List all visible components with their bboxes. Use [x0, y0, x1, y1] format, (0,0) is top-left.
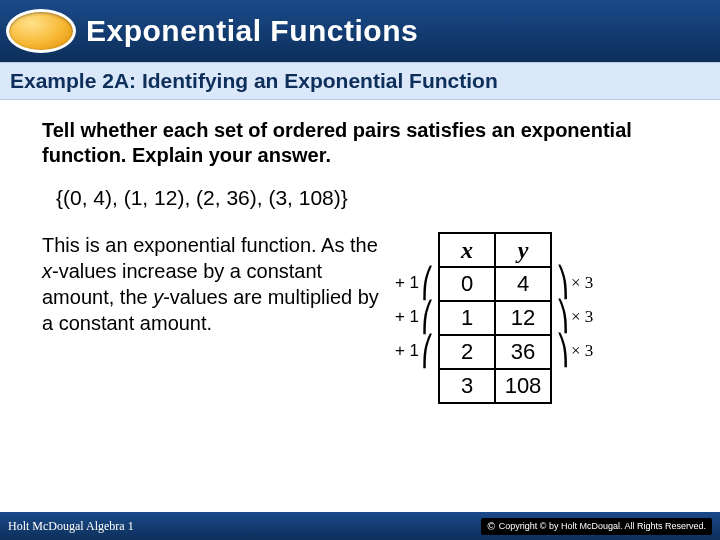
x-diff-3-label: + 1	[395, 341, 419, 361]
title-bar: Exponential Functions	[0, 0, 720, 62]
solution-row: This is an exponential function. As the …	[42, 232, 692, 404]
x-diff-2-label: + 1	[395, 307, 419, 327]
table-header-row: x y	[439, 233, 551, 267]
y-ratio-3: ⎞× 3	[556, 334, 608, 368]
footer-copyright: © Copyright © by Holt McDougal. All Righ…	[481, 518, 712, 535]
explain-x: x	[42, 260, 52, 282]
example-heading: Example 2A: Identifying an Exponential F…	[10, 69, 710, 93]
example-heading-bar: Example 2A: Identifying an Exponential F…	[0, 62, 720, 100]
cell-y: 36	[495, 335, 551, 369]
cell-y: 4	[495, 267, 551, 301]
copyright-icon: ©	[487, 521, 494, 532]
table-row: 236	[439, 335, 551, 369]
cell-x: 1	[439, 301, 495, 335]
page-title: Exponential Functions	[86, 14, 418, 48]
footer-bar: Holt McDougal Algebra 1 © Copyright © by…	[0, 512, 720, 540]
xy-table: x y 04 112 236 3108	[438, 232, 552, 404]
cell-y: 12	[495, 301, 551, 335]
x-difference-annotations: + 1⎛ + 1⎛ + 1⎛	[390, 232, 438, 394]
footer-book-title: Holt McDougal Algebra 1	[8, 519, 134, 534]
cell-y: 108	[495, 369, 551, 403]
y-ratio-annotations: ⎞× 3 ⎞× 3 ⎞× 3	[552, 232, 608, 394]
y-ratio-2-label: × 3	[571, 307, 593, 327]
y-ratio-1: ⎞× 3	[556, 266, 608, 300]
y-ratio-3-label: × 3	[571, 341, 593, 361]
logo-oval	[6, 9, 76, 53]
cell-x: 2	[439, 335, 495, 369]
x-diff-1: + 1⎛	[395, 266, 434, 300]
table-row: 04	[439, 267, 551, 301]
footer-copyright-text: Copyright © by Holt McDougal. All Rights…	[499, 521, 706, 531]
table-row: 3108	[439, 369, 551, 403]
col-header-y: y	[495, 233, 551, 267]
ordered-pairs-set: {(0, 4), (1, 12), (2, 36), (3, 108)}	[56, 186, 692, 210]
x-diff-2: + 1⎛	[395, 300, 434, 334]
table-row: 112	[439, 301, 551, 335]
explain-part-a: This is an exponential function. As the	[42, 234, 378, 256]
y-ratio-2: ⎞× 3	[556, 300, 608, 334]
cell-x: 0	[439, 267, 495, 301]
explanation-text: This is an exponential function. As the …	[42, 232, 390, 336]
col-header-x: x	[439, 233, 495, 267]
problem-prompt: Tell whether each set of ordered pairs s…	[42, 118, 692, 168]
content-area: Tell whether each set of ordered pairs s…	[0, 100, 720, 404]
y-ratio-1-label: × 3	[571, 273, 593, 293]
x-diff-3: + 1⎛	[395, 334, 434, 368]
explain-y: y	[153, 286, 163, 308]
x-diff-1-label: + 1	[395, 273, 419, 293]
cell-x: 3	[439, 369, 495, 403]
